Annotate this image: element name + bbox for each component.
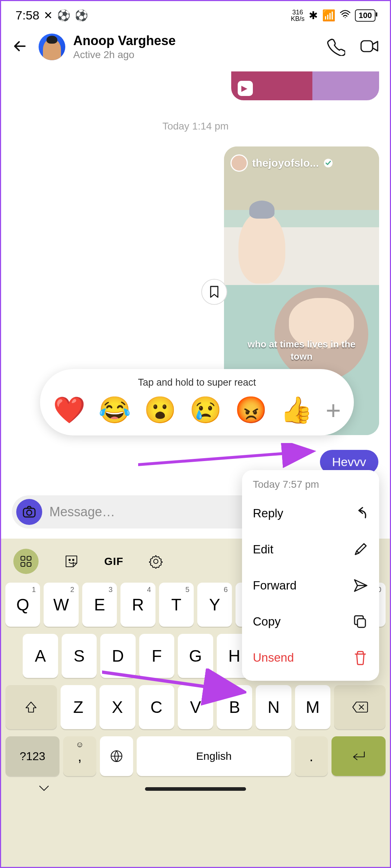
story-avatar	[230, 154, 248, 172]
key-comma[interactable]: ☺,	[63, 736, 96, 776]
key-shift[interactable]	[5, 685, 57, 729]
send-icon	[352, 578, 368, 593]
key-d[interactable]: D	[100, 634, 136, 678]
key-x[interactable]: X	[100, 685, 135, 729]
video-call-button[interactable]	[360, 36, 379, 57]
svg-point-6	[27, 510, 32, 515]
audio-call-button[interactable]	[326, 36, 345, 57]
annotation-arrow-1	[138, 443, 318, 472]
key-period[interactable]: .	[295, 736, 328, 776]
bookmark-button[interactable]	[201, 279, 227, 305]
key-n[interactable]: N	[256, 685, 291, 729]
key-q[interactable]: Q1	[5, 583, 40, 627]
key-space[interactable]: English	[137, 736, 291, 776]
back-button[interactable]	[12, 37, 31, 57]
shared-media-preview[interactable]	[231, 71, 379, 100]
reaction-heart[interactable]: ❤️	[53, 395, 85, 425]
contact-name[interactable]: Anoop Varghese	[73, 33, 318, 48]
football-icon: ⚽	[57, 9, 70, 22]
story-caption: who at times lives in the town	[224, 338, 379, 363]
key-c[interactable]: C	[139, 685, 174, 729]
svg-rect-8	[27, 556, 31, 560]
key-g[interactable]: G	[178, 634, 213, 678]
net-speed: 316 KB/s	[291, 9, 304, 22]
camera-button[interactable]	[16, 499, 42, 525]
contact-status: Active 2h ago	[73, 49, 318, 61]
context-edit[interactable]: Edit	[253, 531, 368, 567]
status-bar: 7:58 ✕ ⚽ ⚽ 316 KB/s ✱ 📶 100	[1, 1, 390, 26]
key-r[interactable]: R4	[120, 583, 155, 627]
kb-gif-button[interactable]: GIF	[104, 555, 123, 567]
verified-icon	[323, 158, 333, 168]
kb-apps-button[interactable]	[13, 549, 39, 574]
chat-header: Anoop Varghese Active 2h ago	[1, 26, 390, 71]
key-b[interactable]: B	[217, 685, 252, 729]
pencil-icon	[352, 542, 368, 557]
football-icon-2: ⚽	[75, 9, 88, 22]
svg-point-12	[73, 559, 74, 561]
key-language[interactable]	[100, 736, 133, 776]
key-z[interactable]: Z	[61, 685, 96, 729]
copy-icon	[352, 614, 368, 630]
key-backspace[interactable]	[334, 685, 386, 729]
trash-icon	[352, 650, 368, 666]
status-time: 7:58	[16, 8, 39, 22]
reaction-sad[interactable]: 😢	[189, 395, 222, 425]
kb-settings-button[interactable]	[149, 554, 163, 569]
key-m[interactable]: M	[295, 685, 330, 729]
timestamp-divider: Today 1:14 pm	[12, 120, 379, 132]
context-menu-time: Today 7:57 pm	[253, 479, 368, 490]
reaction-thumbsup[interactable]: 👍	[280, 395, 313, 425]
reaction-wow[interactable]: 😮	[144, 395, 176, 425]
key-enter[interactable]	[331, 736, 386, 776]
key-s[interactable]: S	[62, 634, 97, 678]
story-username: thejoyofslo...	[252, 157, 319, 169]
no-sim-icon: ✕	[44, 9, 53, 22]
key-t[interactable]: T5	[159, 583, 194, 627]
message-context-menu: Today 7:57 pm Reply Edit Forward Copy Un…	[242, 470, 379, 681]
key-symbols[interactable]: ?123	[5, 736, 60, 776]
reaction-add-button[interactable]: +	[326, 395, 341, 425]
svg-point-11	[69, 559, 70, 561]
nav-collapse-icon[interactable]	[37, 783, 51, 795]
svg-rect-0	[361, 41, 373, 52]
reaction-bar: Tap and hold to super react ❤️ 😂 😮 😢 😡 👍…	[40, 369, 354, 435]
svg-rect-10	[27, 562, 31, 566]
bluetooth-icon: ✱	[309, 9, 318, 22]
reaction-angry[interactable]: 😡	[235, 395, 267, 425]
context-unsend[interactable]: Unsend	[253, 640, 368, 676]
nav-bar	[1, 783, 390, 799]
key-v[interactable]: V	[178, 685, 213, 729]
reply-icon	[352, 505, 368, 521]
reaction-laugh[interactable]: 😂	[98, 395, 131, 425]
avatar[interactable]	[39, 34, 65, 60]
key-e[interactable]: E3	[82, 583, 117, 627]
key-f[interactable]: F	[139, 634, 175, 678]
reaction-hint: Tap and hold to super react	[51, 377, 343, 388]
svg-point-13	[154, 559, 158, 564]
emoji-mini-icon: ☺	[76, 740, 84, 749]
key-w[interactable]: W2	[44, 583, 78, 627]
nav-handle[interactable]	[145, 787, 246, 791]
context-copy[interactable]: Copy	[253, 604, 368, 640]
svg-line-2	[138, 452, 308, 465]
message-input[interactable]: Message…	[49, 504, 115, 520]
context-reply[interactable]: Reply	[253, 495, 368, 531]
key-y[interactable]: Y6	[197, 583, 232, 627]
battery-icon: 100	[355, 9, 375, 22]
svg-rect-4	[357, 619, 365, 627]
wifi-icon	[340, 9, 351, 22]
signal-icon: 📶	[322, 9, 335, 22]
context-forward[interactable]: Forward	[253, 567, 368, 604]
kb-sticker-button[interactable]	[64, 554, 79, 569]
key-a[interactable]: A	[23, 634, 58, 678]
svg-rect-9	[21, 562, 25, 566]
svg-rect-7	[21, 556, 25, 560]
